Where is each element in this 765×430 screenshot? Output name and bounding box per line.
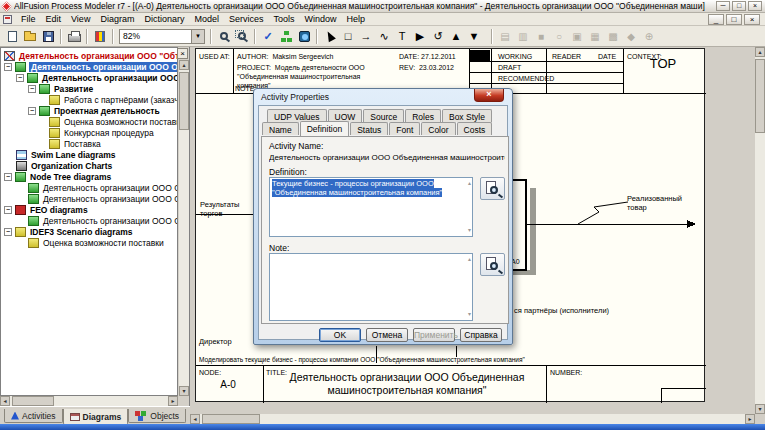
scroll-down-icon[interactable]: ▾ <box>179 386 189 396</box>
scroll-up-icon[interactable]: ▴ <box>755 47 765 57</box>
tab-diagrams[interactable]: Diagrams <box>63 409 129 425</box>
diagram-vertical-scrollbar[interactable]: ▴ ▾ <box>755 47 765 414</box>
tree-item-node-tree-child[interactable]: Деятельность организации ООО Объединенна… <box>1 182 177 193</box>
note-editor-button[interactable] <box>480 253 505 276</box>
definition-editor-button[interactable] <box>480 177 505 200</box>
scrollbar-thumb[interactable] <box>12 396 54 406</box>
spell-check-button[interactable]: ✓ <box>259 28 277 45</box>
scroll-up-icon[interactable]: ▴ <box>468 255 471 264</box>
tab-definition[interactable]: Definition <box>300 121 349 136</box>
tab-costs[interactable]: Costs <box>457 122 493 135</box>
cancel-button[interactable]: Отмена <box>366 328 408 342</box>
collapse-icon[interactable]: − <box>4 63 12 71</box>
pointer-tool[interactable] <box>321 28 339 45</box>
tree-item-idef3[interactable]: −IDEF3 Scenario diagrams <box>1 226 177 237</box>
close-icon[interactable]: × <box>748 1 762 11</box>
scroll-down-icon[interactable]: ▾ <box>755 404 765 414</box>
text-tool[interactable]: T <box>393 28 411 45</box>
tree-item-node-tree-child[interactable]: Деятельность организации ООО Объединенна… <box>1 193 177 204</box>
tree-item-proektnaya-deyatelnost[interactable]: −Проектная деятельность <box>1 105 177 116</box>
dialog-title-bar[interactable]: Activity Properties × <box>254 89 512 104</box>
tab-name[interactable]: Name <box>262 122 299 135</box>
minimize-icon[interactable]: ─ <box>716 1 730 11</box>
output-arrow-label[interactable]: Реализованный товар <box>627 194 691 212</box>
definition-textarea[interactable]: Текущие бизнес - процессы организации ОО… <box>269 177 473 237</box>
child-window-icon[interactable] <box>3 15 12 24</box>
diagram-view-button[interactable] <box>295 28 313 45</box>
tab-roles[interactable]: Roles <box>405 109 441 122</box>
scrollbar-thumb[interactable] <box>202 414 260 424</box>
go-down-button[interactable]: ▼ <box>465 28 483 45</box>
dialog-close-icon[interactable]: × <box>474 89 504 102</box>
input-arrow-label[interactable]: Результаты торгов <box>200 200 252 218</box>
tree-item-feo-child[interactable]: Деятельность организации ООО Объединенна… <box>1 215 177 226</box>
note-textarea[interactable]: ▴ ▾ <box>269 253 473 321</box>
ok-button[interactable]: OK <box>319 328 361 342</box>
zoom-area-button[interactable] <box>233 28 251 45</box>
save-model-button[interactable] <box>39 28 57 45</box>
tree-item-feo[interactable]: −FEO diagrams <box>1 204 177 215</box>
diagram-horizontal-scrollbar[interactable]: ◂ ▸ <box>190 414 755 424</box>
scrollbar-thumb[interactable] <box>755 59 765 133</box>
tab-objects[interactable]: Objects <box>128 409 186 423</box>
collapse-icon[interactable]: − <box>4 206 12 214</box>
cycle-diagram-button[interactable]: ↺ <box>429 28 447 45</box>
menu-help[interactable]: Help <box>341 13 370 26</box>
collapse-icon[interactable]: − <box>28 107 36 115</box>
new-model-button[interactable] <box>3 28 21 45</box>
tree-item-razvitie[interactable]: −Развитие <box>1 83 177 94</box>
menu-dictionary[interactable]: Dictionary <box>139 13 189 26</box>
zoom-select[interactable]: 82%▾ <box>119 29 205 44</box>
menu-view[interactable]: View <box>66 13 95 26</box>
tree-item-postavka[interactable]: Поставка <box>1 138 177 149</box>
print-button[interactable] <box>65 28 83 45</box>
model-explorer-button[interactable] <box>277 28 295 45</box>
arrow-tool[interactable]: → <box>357 28 375 45</box>
scroll-down-icon[interactable]: ▾ <box>468 310 471 319</box>
squiggle-tool[interactable]: ∿ <box>375 28 393 45</box>
menu-file[interactable]: File <box>16 13 41 26</box>
tree-item-model-root[interactable]: Деятельность организации ООО "Объединенн… <box>1 50 177 61</box>
menu-window[interactable]: Window <box>299 13 341 26</box>
go-to-child-button[interactable]: ▶ <box>411 28 429 45</box>
mdi-minimize-icon[interactable]: _ <box>708 14 724 25</box>
tree-horizontal-scrollbar[interactable]: ◂ ▸ <box>0 396 178 406</box>
tab-status[interactable]: Status <box>350 122 388 135</box>
tree-item-org-charts[interactable]: Organization Charts <box>1 160 177 171</box>
tab-color[interactable]: Color <box>421 122 455 135</box>
activity-box-tool[interactable]: □ <box>339 28 357 45</box>
menu-tools[interactable]: Tools <box>268 13 299 26</box>
mechanism-arrow-label[interactable]: ся партнёры (исполнители) <box>514 306 609 315</box>
scroll-up-icon[interactable]: ▴ <box>468 179 471 188</box>
mdi-close-icon[interactable]: × <box>744 14 760 25</box>
open-model-button[interactable] <box>21 28 39 45</box>
tree-item-idef3-child[interactable]: Оценка возможности поставки <box>1 237 177 248</box>
tree-item-a0-diagram[interactable]: −Деятельность организации ООО Объеди <box>1 72 177 83</box>
tab-activities[interactable]: Activities <box>4 409 63 423</box>
menu-edit[interactable]: Edit <box>41 13 67 26</box>
tree-vertical-scrollbar[interactable]: ▴ ▾ <box>179 60 189 396</box>
scrollbar-thumb[interactable] <box>179 72 189 130</box>
tab-box-style[interactable]: Box Style <box>442 109 492 122</box>
maximize-icon[interactable]: □ <box>732 1 746 11</box>
mdi-restore-icon[interactable]: □ <box>726 14 742 25</box>
collapse-icon[interactable]: − <box>4 228 12 236</box>
scroll-left-icon[interactable]: ◂ <box>190 414 200 424</box>
scrollbar-track[interactable] <box>179 130 189 386</box>
tree-item-context-diagram[interactable]: −Деятельность организации ООО Объединен <box>1 61 177 72</box>
tree-item-node-tree[interactable]: −Node Tree diagrams <box>1 171 177 182</box>
director-arrow-label[interactable]: Директор <box>199 337 232 346</box>
menu-diagram[interactable]: Diagram <box>95 13 139 26</box>
collapse-icon[interactable]: − <box>4 173 12 181</box>
scroll-right-icon[interactable]: ▸ <box>745 414 755 424</box>
tab-source[interactable]: Source <box>363 109 404 122</box>
help-button[interactable]: Справка <box>460 328 502 342</box>
collapse-icon[interactable]: − <box>28 85 36 93</box>
tree-item-swim-lane[interactable]: Swim Lane diagrams <box>1 149 177 160</box>
activity-properties-dialog[interactable]: Activity Properties × UDP Values UOW Sou… <box>253 88 513 345</box>
menu-services[interactable]: Services <box>224 13 269 26</box>
tree-item-rabota-s-partnerami[interactable]: Работа с партнёрами (заказчиками) <box>1 94 177 105</box>
collapse-icon[interactable]: − <box>16 74 24 82</box>
scroll-right-icon[interactable]: ▸ <box>168 396 178 406</box>
purpose-text[interactable]: Моделировать текущие бизнес - процессы к… <box>199 355 525 364</box>
